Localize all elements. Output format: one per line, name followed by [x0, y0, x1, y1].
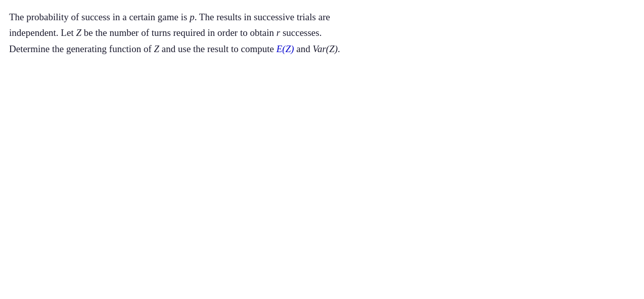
line1: The probability of success in a certain … — [9, 12, 340, 54]
text-successes: successes. — [280, 27, 321, 38]
problem-text: The probability of success in a certain … — [9, 9, 635, 57]
final-period: . — [338, 44, 340, 54]
text-determine: Determine the generating function of — [9, 44, 154, 54]
text-results: The results in successive trials are — [197, 12, 330, 22]
var-Z2: Z — [154, 44, 159, 54]
expr-EZ: E(Z) — [277, 44, 294, 54]
text-probability-of-success: The probability of success in a certain … — [9, 12, 190, 22]
text-be-the-number: be the number of turns required in order… — [81, 27, 277, 38]
expr-VarZ: Var(Z) — [312, 44, 338, 54]
var-r: r — [277, 27, 280, 38]
main-content: The probability of success in a certain … — [0, 0, 644, 299]
text-and: and — [294, 44, 313, 54]
var-p: p — [190, 12, 195, 22]
text-and-use: and use the result to compute — [159, 44, 277, 54]
text-independent: independent. Let — [9, 27, 76, 38]
var-Z1: Z — [76, 27, 81, 38]
